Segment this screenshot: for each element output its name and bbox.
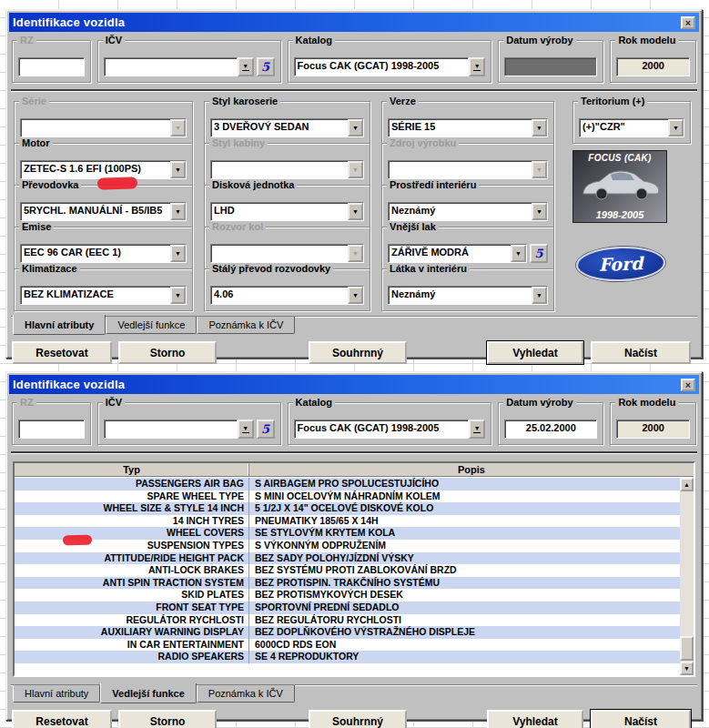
rz-input[interactable] [18,57,85,76]
column-header-popis[interactable]: Popis [249,463,694,476]
combo-arrow-icon[interactable]: ▼ [532,287,547,304]
table-row[interactable]: FRONT SEAT TYPE SPORTOVNÍ PREDNÍ SEDADLO [15,602,680,614]
styl-kabiny-combobox[interactable]: ▼ [210,160,364,179]
motor-combobox[interactable]: ZETEC-S 1.6 EFI (100PS)▼ [20,160,187,179]
combo-arrow-icon[interactable]: ▼ [170,245,186,262]
table-row[interactable]: SKID PLATES BEZ PROTISMYKOVÝCH DESEK [15,589,680,602]
column-header-typ[interactable]: Typ [15,463,249,476]
prostredi-interieru-combobox[interactable]: Neznámý▼ [388,202,548,221]
katalog-dropdown-button[interactable]: ▼ [469,57,485,76]
table-row[interactable]: PASSENGERS AIR BAG S AIRBAGEM PRO SPOLUC… [15,478,680,490]
verze-combobox[interactable]: SÉRIE 15▼ [388,118,548,137]
vertical-scrollbar[interactable]: ▲ ▼ [680,478,694,675]
icv-undo-button[interactable]: 5 [257,57,275,76]
vnejsi-lak-undo-button[interactable]: 5 [530,244,548,263]
combo-arrow-icon[interactable]: ▼ [170,203,186,220]
emise-combobox[interactable]: EEC 96 CAR (EEC 1)▼ [20,244,187,263]
window-title: Identifikace vozidla [13,15,125,29]
resetovat-button[interactable]: Resetovat [12,341,112,364]
group-label-staly-prevod: Stálý převod rozvodovky [209,263,333,275]
tab-vedlejsi-funkce[interactable]: Vedlejší funkce [106,317,197,334]
combo-arrow-icon[interactable]: ▼ [348,245,363,262]
scroll-up-button[interactable]: ▲ [680,478,694,491]
vyhledat-button[interactable]: Vyhledat [487,341,583,364]
resetovat-button[interactable]: Resetovat [12,710,112,728]
latka-v-interieru-combobox[interactable]: Neznámý▼ [388,286,548,305]
combo-arrow-icon[interactable]: ▼ [170,119,186,136]
combo-arrow-icon[interactable]: ▼ [668,119,684,136]
table-row[interactable]: ANTI SPIN TRACTION SYSTEM BEZ PROTISPIN.… [15,577,680,590]
souhrnny-button[interactable]: Souhrnný [309,710,407,728]
diskova-jednotka-combobox[interactable]: LHD▼ [210,202,364,221]
close-button[interactable]: × [681,16,695,29]
tab-vedlejsi-funkce[interactable]: Vedlejší funkce [100,683,196,703]
table-row[interactable]: SPARE WHEEL TYPE S MINI OCELOVÝM NÁHRADN… [15,490,680,503]
separator-line [11,89,697,92]
table-row[interactable]: SUSPENSION TYPES S VÝKONNÝM ODPRUŽENÍM [15,540,680,552]
group-label-katalog: Katalog [293,397,335,409]
icv-combobox[interactable] [104,420,238,439]
teritorium-combobox[interactable]: (+)"CZR"▼ [579,118,684,137]
serie-combobox[interactable]: ▼ [20,118,187,137]
tab-hlavni-atributy[interactable]: Hlavní atributy [13,315,106,335]
combo-arrow-icon[interactable]: ▼ [511,245,526,262]
katalog-combobox[interactable]: Focus CAK (GCAT) 1998-2005 [294,57,470,76]
table-row[interactable]: IN CAR ENTERTAINMENT 6000CD RDS EON [15,639,680,652]
vyhledat-button[interactable]: Vyhledat [487,710,583,728]
tab-hlavni-atributy[interactable]: Hlavní atributy [13,685,100,703]
rz-input[interactable] [18,420,85,439]
title-bar[interactable]: Identifikace vozidla × [9,13,699,32]
table-row[interactable]: RADIO SPEAKERS SE 4 REPRODUKTORY [15,651,680,663]
combo-arrow-icon[interactable]: ▼ [532,203,547,220]
rozvor-kol-combobox[interactable]: ▼ [210,244,364,263]
vnejsi-lak-combobox[interactable]: ZÁŘIVĚ MODRÁ▼ [388,244,527,263]
tab-poznamka-k-icv[interactable]: Poznámka k IČV [197,685,295,703]
icv-undo-button[interactable]: 5 [257,420,275,439]
combo-arrow-icon[interactable]: ▼ [348,119,363,136]
table-row[interactable]: 14 INCH TYRES PNEUMATIKY 185/65 X 14H [15,515,680,528]
icv-dropdown-button[interactable]: ▼ [238,57,254,76]
zdroj-vyrobku-combobox[interactable]: ▼ [388,160,548,179]
serie-value [21,119,170,136]
prevodovka-value: 5RYCHL. MANUÁLNÍ - B5/IB5 [21,203,170,220]
katalog-dropdown-button[interactable]: ▼ [469,420,485,439]
klimatizace-combobox[interactable]: BEZ KLIMATIZACE▼ [20,286,187,305]
combo-arrow-icon[interactable]: ▼ [348,203,363,220]
prevodovka-combobox[interactable]: 5RYCHL. MANUÁLNÍ - B5/IB5▼ [20,202,187,221]
combo-arrow-icon[interactable]: ▼ [348,161,363,178]
table-row[interactable]: WHEEL SIZE & STYLE 14 INCH 5 1/2J X 14" … [15,502,680,515]
tab-poznamka-k-icv[interactable]: Poznámka k IČV [197,317,295,334]
table-row[interactable]: AUXILIARY WARNING DISPLAY BEZ DOPLŇKOVÉH… [15,626,680,639]
nacist-button[interactable]: Načíst [591,341,691,364]
scroll-down-button[interactable]: ▼ [680,662,694,675]
combo-arrow-icon[interactable]: ▼ [348,287,363,304]
rok-modelu-field: 2000 [616,57,690,76]
dropdown-icon: ▼ [242,425,248,431]
dropdown-underline [242,432,249,433]
nacist-button[interactable]: Načíst [591,710,691,728]
staly-prevod-combobox[interactable]: 4.06▼ [210,286,364,305]
group-label-rok-modelu: Rok modelu [615,35,678,46]
combo-arrow-icon[interactable]: ▼ [170,287,186,304]
title-bar[interactable]: Identifikace vozidla × [9,375,699,394]
group-icv: IČV ▼ 5 [97,402,281,445]
styl-karoserie-combobox[interactable]: 3 DVEŘOVÝ SEDAN▼ [210,118,364,137]
combo-arrow-icon[interactable]: ▼ [532,119,547,136]
spreadsheet-background: Identifikace vozidla × RZ IČV ▼ 5 Katalo… [0,0,709,728]
icv-dropdown-button[interactable]: ▼ [238,420,254,439]
icv-combobox[interactable] [104,57,238,76]
close-button[interactable]: × [681,379,695,391]
combo-arrow-icon[interactable]: ▼ [532,161,547,178]
souhrnny-button[interactable]: Souhrnný [309,341,407,364]
group-label-styl-kabiny: Styl kabiny [209,137,268,149]
scrollbar-thumb[interactable] [680,636,694,661]
katalog-combobox[interactable]: Focus CAK (GCAT) 1998-2005 [294,420,470,439]
red-annotation-mark [97,177,137,190]
table-row[interactable]: WHEEL COVERS SE STYLOVÝM KRYTEM KOLA [15,527,680,540]
table-row[interactable]: ANTI-LOCK BRAKES BEZ SYSTÉMU PROTI ZABLO… [15,564,680,577]
storno-button[interactable]: Storno [118,341,217,364]
table-row[interactable]: ATTITUDE/RIDE HEIGHT PACK BEZ SADY POLOH… [15,552,680,565]
combo-arrow-icon[interactable]: ▼ [170,161,186,178]
table-row[interactable]: REGULÁTOR RYCHLOSTI BEZ REGULÁTORU RYCHL… [15,614,680,627]
storno-button[interactable]: Storno [118,710,217,728]
